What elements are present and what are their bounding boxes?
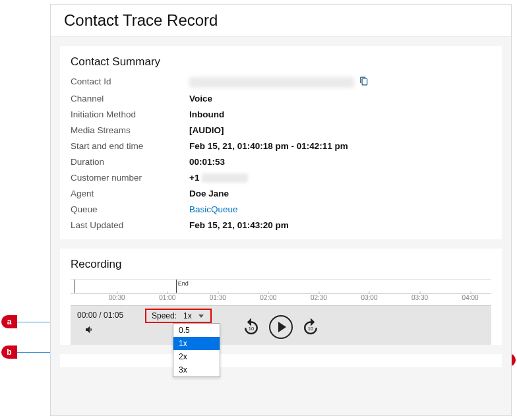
label-contact-id: Contact Id	[71, 76, 189, 88]
value-updated: Feb 15, 21, 01:43:20 pm	[189, 220, 491, 230]
playhead-start	[75, 280, 75, 293]
contact-summary-card: Contact Summary Contact Id Channel Voice…	[60, 46, 502, 239]
page-title: Contact Trace Record	[51, 5, 511, 37]
tick-2: 01:30	[210, 294, 226, 301]
forward-10-button[interactable]: 10	[301, 317, 320, 337]
svg-text:10: 10	[249, 326, 254, 332]
label-media: Media Streams	[71, 125, 189, 135]
value-agent: Doe Jane	[189, 189, 491, 198]
speed-opt-2[interactable]: 2x	[173, 350, 220, 363]
callout-badge-a: a	[1, 315, 17, 328]
speed-opt-1[interactable]: 1x	[173, 337, 220, 350]
speed-control[interactable]: Speed: 1x	[145, 309, 212, 323]
waveform-track[interactable]: End 00:30 01:00 01:30 02:00 02:30 03:00 …	[71, 279, 491, 305]
recording-card: Recording End 00:30 01:00 01:30 02:00 02…	[60, 249, 502, 345]
playhead-end	[176, 280, 177, 293]
label-initiation: Initiation Method	[71, 109, 189, 119]
label-queue: Queue	[71, 204, 189, 214]
tick-3: 02:00	[260, 294, 276, 301]
play-icon	[278, 322, 286, 332]
speed-value[interactable]: 1x	[181, 311, 206, 320]
callout-badge-b: b	[1, 345, 17, 359]
tick-7: 04:00	[462, 294, 479, 301]
speed-dropdown[interactable]: 0.5 1x 2x 3x	[173, 323, 220, 377]
current-time: 00:00	[77, 311, 97, 320]
speed-selected-text: 1x	[183, 311, 192, 320]
chevron-down-icon	[198, 315, 204, 318]
value-channel: Voice	[189, 94, 491, 104]
speed-opt-0[interactable]: 0.5	[173, 324, 220, 337]
value-queue-link[interactable]: BasicQueue	[189, 204, 491, 214]
copy-icon[interactable]	[359, 76, 369, 88]
blank-card	[60, 354, 502, 367]
controls-bar: 00:00 / 01:05 Speed: 1x 0.5 1x	[71, 305, 491, 345]
time-counter: 00:00 / 01:05	[77, 311, 123, 320]
end-label: End	[178, 280, 189, 287]
total-time: 01:05	[104, 311, 123, 320]
speed-label: Speed:	[152, 311, 177, 320]
value-starttime: Feb 15, 21, 01:40:18 pm - 01:42:11 pm	[189, 141, 491, 151]
player: End 00:30 01:00 01:30 02:00 02:30 03:00 …	[71, 279, 491, 345]
value-duration: 00:01:53	[189, 157, 491, 167]
recording-title: Recording	[71, 258, 491, 271]
speed-opt-3[interactable]: 3x	[173, 363, 220, 376]
svg-text:10: 10	[308, 326, 313, 332]
value-customer-prefix: +1	[189, 173, 202, 183]
tick-0: 00:30	[109, 294, 125, 301]
tick-1: 01:00	[159, 294, 175, 301]
label-starttime: Start and end time	[71, 141, 189, 151]
value-media: [AUDIO]	[189, 125, 491, 135]
tick-6: 03:30	[411, 294, 428, 301]
summary-grid: Contact Id Channel Voice Initiation Meth…	[71, 76, 491, 230]
tick-5: 03:00	[361, 294, 377, 301]
play-button[interactable]	[269, 315, 293, 339]
summary-title: Contact Summary	[71, 55, 491, 69]
label-agent: Agent	[71, 189, 189, 198]
redacted-contact-id	[189, 77, 354, 88]
tick-4: 02:30	[311, 294, 327, 301]
value-customer: +1	[189, 173, 491, 183]
time-scale: 00:30 01:00 01:30 02:00 02:30 03:00 03:3…	[71, 293, 491, 305]
value-contact-id	[189, 76, 491, 88]
play-controls-group: 10 10	[241, 315, 320, 339]
value-initiation: Inbound	[189, 109, 491, 119]
label-customer: Customer number	[71, 173, 189, 183]
label-updated: Last Updated	[71, 220, 189, 230]
redacted-customer-number	[202, 173, 248, 183]
rewind-10-button[interactable]: 10	[241, 317, 261, 337]
label-channel: Channel	[71, 94, 189, 104]
volume-icon[interactable]	[84, 324, 96, 337]
label-duration: Duration	[71, 157, 189, 167]
